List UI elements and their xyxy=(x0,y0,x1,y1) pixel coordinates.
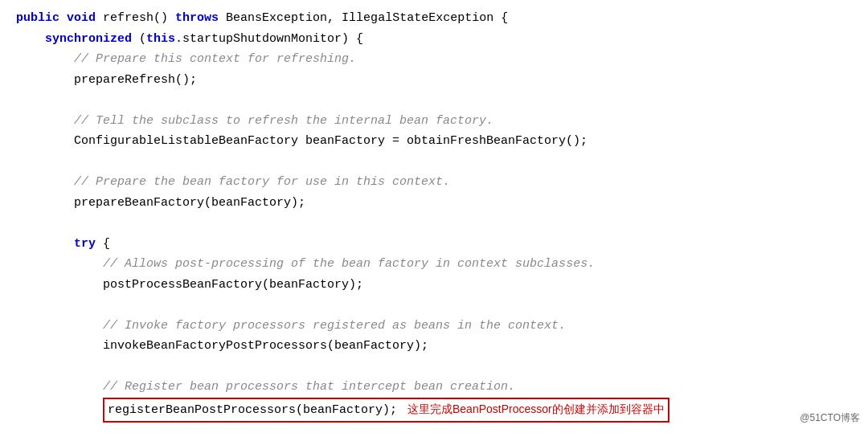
code-line-17: invokeBeanFactoryPostProcessors(beanFact… xyxy=(16,336,852,357)
code-line-1: public void refresh() throws BeansExcept… xyxy=(16,8,852,29)
code-line-18 xyxy=(16,357,852,378)
code-line-12: try { xyxy=(16,234,852,255)
code-line-20: registerBeanPostProcessors(beanFactory);… xyxy=(16,398,852,423)
code-line-5 xyxy=(16,90,852,111)
code-line-13: // Allows post-processing of the bean fa… xyxy=(16,254,852,275)
code-line-16: // Invoke factory processors registered … xyxy=(16,316,852,337)
code-container: public void refresh() throws BeansExcept… xyxy=(0,0,868,433)
code-line-8 xyxy=(16,152,852,173)
code-line-9: // Prepare the bean factory for use in t… xyxy=(16,172,852,193)
chinese-annotation: 这里完成BeanPostProcessor的创建并添加到容器中 xyxy=(404,402,665,415)
code-line-4: prepareRefresh(); xyxy=(16,70,852,91)
code-line-6: // Tell the subclass to refresh the inte… xyxy=(16,111,852,132)
code-line-11 xyxy=(16,213,852,234)
code-line-10: prepareBeanFactory(beanFactory); xyxy=(16,193,852,214)
code-line-3: // Prepare this context for refreshing. xyxy=(16,49,852,70)
code-line-19: // Register bean processors that interce… xyxy=(16,377,852,398)
watermark: @51CTO博客 xyxy=(800,411,860,425)
code-line-2: synchronized (this.startupShutdownMonito… xyxy=(16,29,852,50)
code-line-14: postProcessBeanFactory(beanFactory); xyxy=(16,275,852,296)
highlighted-code-block: registerBeanPostProcessors(beanFactory);… xyxy=(103,398,669,423)
code-line-7: ConfigurableListableBeanFactory beanFact… xyxy=(16,131,852,152)
code-line-15 xyxy=(16,295,852,316)
